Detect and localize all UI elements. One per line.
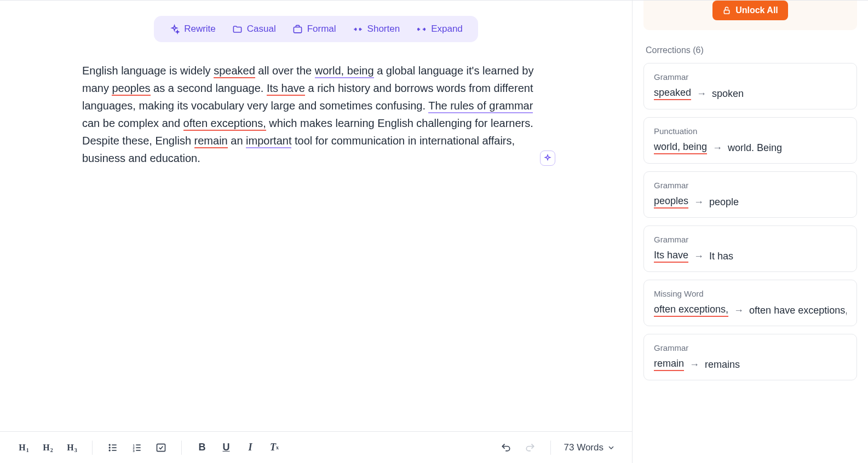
correction-row: Its have→It has (654, 250, 847, 263)
bullet-list-button[interactable] (106, 441, 120, 455)
correction-from: remain (654, 358, 684, 371)
arrow-icon: → (712, 142, 722, 154)
correction-to: world. Being (728, 142, 782, 154)
unlock-label: Unlock All (735, 5, 778, 15)
clear-format-button[interactable]: Tx (267, 441, 281, 455)
correction-row: remain→remains (654, 358, 847, 371)
bullet-list-icon (107, 442, 118, 453)
correction-from: peoples (654, 195, 688, 209)
editor-paragraph[interactable]: English language is widely speaked all o… (82, 62, 550, 167)
svg-rect-13 (157, 444, 165, 451)
checklist-button[interactable] (154, 441, 168, 455)
redo-button[interactable] (523, 441, 537, 455)
highlighted-error[interactable]: important (246, 135, 291, 148)
corrections-panel: Unlock All Corrections (6) Grammarspeake… (633, 0, 868, 463)
corrections-list: Grammarspeaked→spokenPunctuationworld, b… (633, 63, 868, 380)
correction-from: often exceptions, (654, 304, 728, 317)
highlighted-error[interactable]: peoples (112, 82, 150, 96)
word-count-dropdown[interactable]: 73 Words (564, 442, 616, 453)
shorten-icon (353, 24, 363, 34)
unlock-banner: Unlock All (643, 1, 857, 30)
ai-assist-button[interactable] (540, 151, 555, 166)
bold-button[interactable]: B (195, 441, 209, 455)
svg-text:3: 3 (133, 449, 135, 452)
h2-button[interactable]: H2 (41, 441, 55, 455)
corrections-heading: Corrections (6) (633, 30, 868, 63)
undo-icon (501, 442, 511, 453)
correction-from: world, being (654, 141, 707, 154)
numbered-list-button[interactable]: 123 (130, 441, 144, 455)
formal-button[interactable]: Formal (292, 24, 336, 34)
correction-card[interactable]: Grammarspeaked→spoken (643, 63, 857, 109)
highlighted-error[interactable]: The rules of grammar (428, 100, 533, 113)
correction-row: world, being→world. Being (654, 141, 847, 154)
highlighted-error[interactable]: speaked (214, 65, 255, 78)
casual-label: Casual (247, 24, 276, 34)
correction-row: peoples→people (654, 195, 847, 209)
arrow-icon: → (689, 359, 699, 371)
format-group: B U I Tx (195, 441, 281, 455)
highlighted-error[interactable]: world, being (315, 65, 374, 78)
history-group (499, 441, 537, 455)
underline-button[interactable]: U (219, 441, 233, 455)
sparkle-icon (543, 154, 552, 163)
heading-group: H1 H2 H3 (16, 441, 79, 455)
arrow-icon: → (697, 88, 706, 100)
svg-rect-0 (294, 27, 301, 32)
separator (92, 441, 93, 455)
word-count-label: 73 Words (564, 442, 603, 453)
correction-card[interactable]: Missing Wordoften exceptions,→often have… (643, 280, 857, 326)
unlock-all-button[interactable]: Unlock All (712, 1, 788, 20)
arrow-icon: → (694, 251, 704, 262)
separator (550, 441, 551, 455)
correction-card[interactable]: Grammarpeoples→people (643, 171, 857, 218)
sparkle-icon (169, 24, 180, 34)
shorten-label: Shorten (367, 24, 400, 34)
correction-card[interactable]: GrammarIts have→It has (643, 225, 857, 272)
folder-icon (232, 24, 243, 34)
highlighted-error[interactable]: often exceptions, (183, 117, 266, 131)
correction-row: often exceptions,→often have exceptions, (654, 304, 847, 317)
separator (181, 441, 182, 455)
shorten-button[interactable]: Shorten (353, 24, 400, 34)
checklist-icon (156, 442, 166, 453)
svg-rect-14 (725, 10, 729, 14)
highlighted-error[interactable]: remain (194, 135, 228, 148)
briefcase-icon (292, 24, 303, 34)
highlighted-error[interactable]: Its have (267, 82, 305, 96)
correction-card[interactable]: Grammarremain→remains (643, 334, 857, 380)
correction-category: Grammar (654, 343, 847, 352)
expand-icon (416, 24, 427, 34)
correction-category: Grammar (654, 235, 847, 244)
formal-label: Formal (307, 24, 336, 34)
correction-to: people (709, 196, 739, 208)
correction-to: It has (709, 251, 733, 262)
undo-button[interactable] (499, 441, 513, 455)
correction-to: often have exceptions, (749, 305, 847, 316)
h3-button[interactable]: H3 (65, 441, 79, 455)
svg-point-2 (109, 447, 110, 448)
casual-button[interactable]: Casual (232, 24, 276, 34)
correction-to: remains (705, 359, 740, 371)
rewrite-label: Rewrite (184, 24, 216, 34)
expand-label: Expand (431, 24, 463, 34)
svg-point-1 (109, 444, 110, 445)
bottom-toolbar: H1 H2 H3 123 B U I Tx (0, 431, 632, 463)
redo-icon (525, 442, 536, 453)
arrow-icon: → (694, 196, 704, 208)
chevron-down-icon (607, 443, 616, 452)
lock-icon (722, 6, 731, 15)
correction-category: Grammar (654, 181, 847, 190)
rewrite-button[interactable]: Rewrite (169, 24, 216, 34)
editor-content[interactable]: English language is widely speaked all o… (0, 42, 632, 431)
correction-category: Punctuation (654, 126, 847, 136)
h1-button[interactable]: H1 (16, 441, 31, 455)
expand-button[interactable]: Expand (416, 24, 463, 34)
correction-card[interactable]: Punctuationworld, being→world. Being (643, 117, 857, 164)
rewrite-toolbar: Rewrite Casual Formal Shorten Expand (154, 16, 478, 42)
correction-from: speaked (654, 87, 691, 100)
numbered-list-icon: 123 (131, 442, 142, 453)
arrow-icon: → (734, 305, 744, 316)
italic-button[interactable]: I (243, 441, 257, 455)
correction-from: Its have (654, 250, 688, 263)
